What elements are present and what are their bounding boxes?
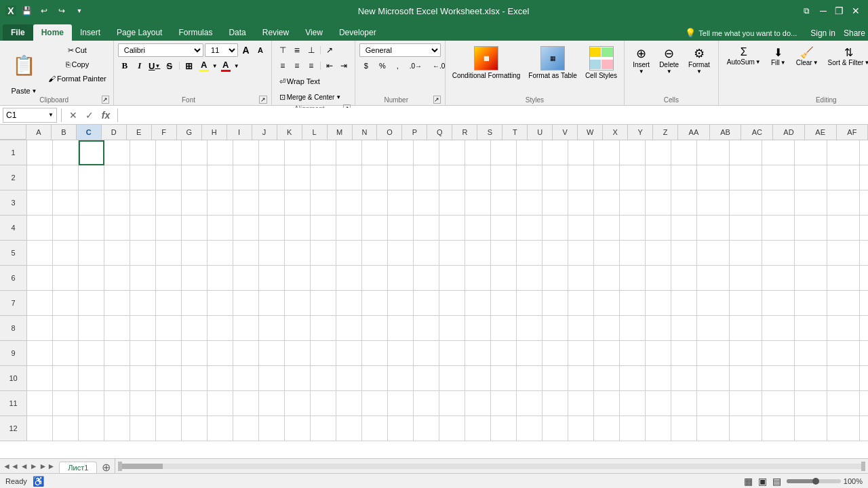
- cell-U6[interactable]: [542, 266, 568, 291]
- cell-AD5[interactable]: [795, 241, 827, 266]
- cell-Q9[interactable]: [439, 341, 465, 366]
- cell-L10[interactable]: [311, 366, 336, 391]
- sheet-last-button[interactable]: ►►: [39, 462, 56, 471]
- row-header-7[interactable]: 7: [0, 291, 27, 316]
- cell-N5[interactable]: [362, 241, 388, 266]
- cell-O6[interactable]: [388, 266, 414, 291]
- cell-AC6[interactable]: [762, 266, 795, 291]
- cell-U7[interactable]: [542, 291, 568, 316]
- cell-F12[interactable]: [156, 416, 182, 441]
- col-header-D[interactable]: D: [102, 125, 127, 140]
- save-button[interactable]: 💾: [19, 3, 34, 18]
- cell-B8[interactable]: [53, 316, 79, 341]
- cell-O12[interactable]: [388, 416, 414, 441]
- cell-Q10[interactable]: [439, 366, 465, 391]
- cell-AA1[interactable]: [697, 140, 730, 165]
- col-header-L[interactable]: L: [302, 125, 328, 140]
- cell-G8[interactable]: [182, 316, 208, 341]
- cell-L1[interactable]: [311, 140, 336, 165]
- cell-D12[interactable]: [104, 416, 130, 441]
- cell-B4[interactable]: [53, 216, 79, 241]
- fill-color-button[interactable]: A: [197, 59, 211, 73]
- cell-X9[interactable]: [620, 341, 646, 366]
- col-header-V[interactable]: V: [553, 125, 578, 140]
- cell-E2[interactable]: [130, 165, 156, 190]
- cell-AF8[interactable]: [860, 316, 868, 341]
- col-header-S[interactable]: S: [477, 125, 502, 140]
- left-align-button[interactable]: ≡: [276, 59, 290, 73]
- fill-button[interactable]: ⬇ Fill ▼: [766, 43, 791, 69]
- cell-U8[interactable]: [542, 316, 568, 341]
- cell-AF3[interactable]: [860, 190, 868, 216]
- cell-Y11[interactable]: [646, 391, 671, 416]
- cell-V12[interactable]: [568, 416, 594, 441]
- cell-K9[interactable]: [285, 341, 311, 366]
- cell-E7[interactable]: [130, 291, 156, 316]
- cell-AA9[interactable]: [697, 341, 730, 366]
- col-header-AF[interactable]: AF: [837, 125, 868, 140]
- cell-D9[interactable]: [104, 341, 130, 366]
- cell-Z11[interactable]: [671, 391, 697, 416]
- cell-S7[interactable]: [491, 291, 517, 316]
- col-header-E[interactable]: E: [127, 125, 152, 140]
- merge-center-button[interactable]: ⊡ Merge & Center ▼: [276, 90, 345, 104]
- row-header-10[interactable]: 10: [0, 366, 27, 391]
- cell-P11[interactable]: [414, 391, 439, 416]
- cell-Q12[interactable]: [439, 416, 465, 441]
- cell-A4[interactable]: [27, 216, 53, 241]
- cell-I5[interactable]: [233, 241, 259, 266]
- restore-button[interactable]: ❐: [833, 4, 846, 18]
- number-expand-button[interactable]: ↗: [433, 96, 441, 104]
- cell-D4[interactable]: [104, 216, 130, 241]
- cell-E4[interactable]: [130, 216, 156, 241]
- cell-F2[interactable]: [156, 165, 182, 190]
- cell-K7[interactable]: [285, 291, 311, 316]
- cell-Y9[interactable]: [646, 341, 671, 366]
- cell-G9[interactable]: [182, 341, 208, 366]
- cell-P2[interactable]: [414, 165, 439, 190]
- cell-P5[interactable]: [414, 241, 439, 266]
- cell-X2[interactable]: [620, 165, 646, 190]
- cell-V5[interactable]: [568, 241, 594, 266]
- col-header-O[interactable]: O: [377, 125, 402, 140]
- cell-G3[interactable]: [182, 190, 208, 216]
- wrap-text-button[interactable]: ⏎ Wrap Text: [276, 75, 323, 88]
- cell-O1[interactable]: [388, 140, 414, 165]
- cell-A3[interactable]: [27, 190, 53, 216]
- cell-V9[interactable]: [568, 341, 594, 366]
- cell-F3[interactable]: [156, 190, 182, 216]
- cell-Y7[interactable]: [646, 291, 671, 316]
- cell-E6[interactable]: [130, 266, 156, 291]
- cell-W7[interactable]: [594, 291, 620, 316]
- cell-V7[interactable]: [568, 291, 594, 316]
- cell-O2[interactable]: [388, 165, 414, 190]
- cell-W11[interactable]: [594, 391, 620, 416]
- cell-A1[interactable]: [27, 140, 53, 165]
- cell-AB2[interactable]: [730, 165, 762, 190]
- cell-C4[interactable]: [79, 216, 104, 241]
- formula-cancel-button[interactable]: ✕: [66, 108, 81, 123]
- autosum-button[interactable]: Σ AutoSum ▼: [723, 43, 765, 69]
- cell-Y10[interactable]: [646, 366, 671, 391]
- tab-review[interactable]: Review: [254, 24, 297, 41]
- cell-AB3[interactable]: [730, 190, 762, 216]
- cell-C12[interactable]: [79, 416, 104, 441]
- cell-S5[interactable]: [491, 241, 517, 266]
- cell-V4[interactable]: [568, 216, 594, 241]
- cell-R2[interactable]: [465, 165, 491, 190]
- sort-filter-dropdown[interactable]: ▼: [864, 60, 868, 66]
- cell-P9[interactable]: [414, 341, 439, 366]
- cell-AE1[interactable]: [827, 140, 860, 165]
- cell-X12[interactable]: [620, 416, 646, 441]
- sheet-prev-button[interactable]: ◄: [20, 462, 28, 471]
- cell-U4[interactable]: [542, 216, 568, 241]
- clear-button[interactable]: 🧹 Clear ▼: [792, 43, 823, 69]
- cell-AC7[interactable]: [762, 291, 795, 316]
- cell-B10[interactable]: [53, 366, 79, 391]
- cell-N7[interactable]: [362, 291, 388, 316]
- cell-U11[interactable]: [542, 391, 568, 416]
- cell-B3[interactable]: [53, 190, 79, 216]
- cell-AE7[interactable]: [827, 291, 860, 316]
- cell-G10[interactable]: [182, 366, 208, 391]
- cell-AC5[interactable]: [762, 241, 795, 266]
